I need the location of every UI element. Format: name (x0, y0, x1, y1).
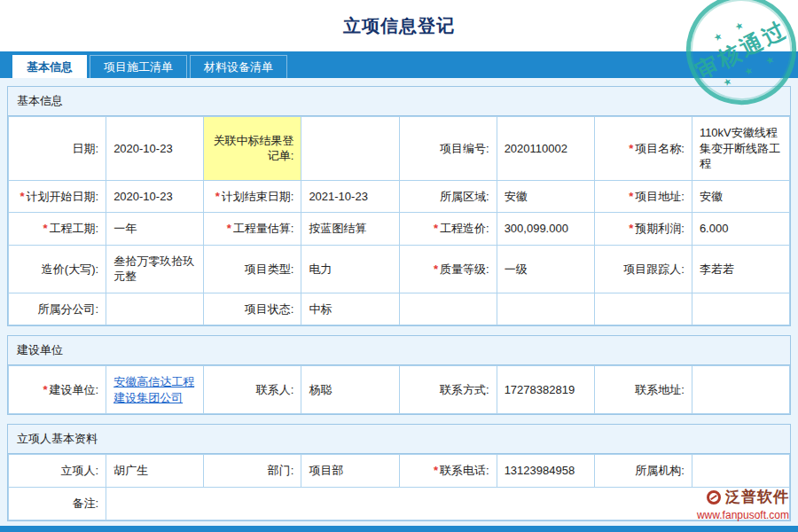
branch-company-label: 所属分公司: (9, 293, 106, 325)
label-text: 联系人: (256, 383, 294, 396)
section-basic-info-title: 基本信息 (8, 87, 790, 116)
table-row: *计划开始日期: 2020-10-23 *计划结束日期: 2021-10-23 … (9, 180, 790, 213)
content-area: 基本信息 日期: 2020-10-23 关联中标结果登记单: 项目编号: 202… (0, 78, 798, 526)
project-address-value: 安徽 (692, 180, 789, 213)
label-text: 预期利润: (635, 222, 685, 235)
project-cost-label: *工程造价: (399, 213, 497, 246)
date-label: 日期: (9, 117, 106, 181)
label-text: 建设单位: (50, 383, 99, 396)
label-text: 项目类型: (245, 262, 294, 276)
bottom-strip (0, 526, 798, 532)
related-bid-result-label: 关联中标结果登记单: (204, 117, 301, 181)
label-text: 项目名称: (635, 142, 685, 155)
plan-start-date-value: 2020-10-23 (106, 180, 204, 213)
label-text: 联系电话: (440, 464, 489, 477)
construction-unit-value: 安徽高信达工程建设集团公司 (106, 366, 204, 414)
empty-cell (594, 293, 692, 325)
contact-method-value: 17278382819 (497, 366, 594, 414)
label-text: 立项人: (61, 464, 99, 477)
tab-basic-info[interactable]: 基本信息 (12, 55, 87, 78)
label-text: 工程造价: (440, 222, 489, 235)
table-row: 备注: (9, 488, 790, 520)
label-text: 工程量估算: (233, 222, 294, 235)
construction-unit-table: *建设单位: 安徽高信达工程建设集团公司 联系人: 杨聪 联系方式: 17278… (8, 365, 790, 414)
department-value: 项目部 (301, 455, 399, 488)
required-asterisk: * (434, 464, 438, 477)
phone-label: *联系电话: (399, 455, 497, 488)
table-row: 日期: 2020-10-23 关联中标结果登记单: 项目编号: 20201100… (9, 117, 790, 181)
contact-person-label: 联系人: (204, 366, 301, 414)
required-asterisk: * (629, 142, 633, 155)
required-asterisk: * (227, 222, 231, 235)
project-status-label: 项目状态: (204, 293, 301, 325)
phone-value: 13123984958 (497, 455, 594, 488)
required-asterisk: * (215, 190, 220, 203)
label-text: 日期: (73, 142, 99, 155)
label-text: 联系方式: (440, 383, 489, 396)
label-text: 造价(大写): (42, 262, 98, 276)
required-asterisk: * (43, 222, 47, 235)
label-text: 部门: (268, 464, 294, 477)
project-code-value: 2020110002 (497, 117, 594, 181)
duration-label: *工程工期: (9, 213, 106, 246)
label-text: 项目跟踪人: (623, 262, 685, 276)
label-text: 关联中标结果登记单: (213, 134, 293, 163)
tab-material-equipment-list[interactable]: 材料设备清单 (190, 55, 287, 78)
section-applicant-info: 立项人基本资料 立项人: 胡广生 部门: 项目部 *联系电话: 13123984… (7, 424, 791, 520)
required-asterisk: * (629, 190, 633, 203)
basic-info-table: 日期: 2020-10-23 关联中标结果登记单: 项目编号: 20201100… (8, 116, 790, 325)
fanpu-logo-icon (707, 490, 721, 505)
table-row: 立项人: 胡广生 部门: 项目部 *联系电话: 13123984958 所属机构… (9, 455, 790, 488)
project-code-label: 项目编号: (399, 117, 497, 181)
label-text: 备注: (73, 497, 99, 510)
contact-method-label: 联系方式: (399, 366, 497, 414)
quality-grade-value: 一级 (497, 245, 594, 293)
contact-address-label: 联系地址: (594, 366, 692, 414)
brand-line: 泛普软件 (697, 487, 789, 507)
applicant-value: 胡广生 (106, 455, 204, 488)
label-text: 计划开始日期: (27, 190, 99, 203)
table-row: 所属分公司: 项目状态: 中标 (9, 293, 790, 325)
required-asterisk: * (20, 190, 24, 203)
label-text: 联系地址: (635, 383, 685, 396)
required-asterisk: * (629, 222, 633, 235)
footer-logo: 泛普软件 www.fanpusoft.com (697, 487, 789, 521)
table-row: 造价(大写): 叁拾万零玖拾玖元整 项目类型: 电力 *质量等级: 一级 项目跟… (9, 245, 790, 293)
quality-grade-label: *质量等级: (399, 245, 497, 293)
date-value: 2020-10-23 (106, 117, 204, 181)
applicant-info-table: 立项人: 胡广生 部门: 项目部 *联系电话: 13123984958 所属机构… (8, 454, 790, 520)
table-row: *工程工期: 一年 *工程量估算: 按蓝图结算 *工程造价: 300,099.0… (9, 213, 790, 246)
cost-in-words-value: 叁拾万零玖拾玖元整 (106, 245, 204, 293)
section-construction-unit: 建设单位 *建设单位: 安徽高信达工程建设集团公司 联系人: 杨聪 联系方式: … (7, 335, 791, 415)
page-title: 立项信息登记 (343, 14, 455, 38)
required-asterisk: * (434, 222, 438, 235)
label-text: 质量等级: (440, 262, 489, 276)
label-text: 所属机构: (635, 464, 685, 477)
label-text: 项目状态: (245, 302, 294, 316)
region-label: 所属区域: (399, 180, 497, 213)
tab-bar: 基本信息 项目施工清单 材料设备清单 (0, 51, 798, 78)
label-text: 项目地址: (635, 190, 685, 203)
empty-cell (399, 293, 497, 325)
expected-profit-value: 6.000 (692, 213, 789, 246)
organization-label: 所属机构: (594, 455, 692, 488)
required-asterisk: * (43, 383, 47, 396)
contact-person-value: 杨聪 (301, 366, 399, 414)
required-asterisk: * (434, 262, 438, 276)
section-applicant-info-title: 立项人基本资料 (8, 425, 790, 454)
construction-unit-link[interactable]: 安徽高信达工程建设集团公司 (113, 375, 194, 404)
page-header: 立项信息登记 (0, 0, 798, 51)
project-name-label: *项目名称: (594, 117, 692, 181)
department-label: 部门: (204, 455, 301, 488)
label-text: 计划结束日期: (222, 190, 294, 203)
remark-value (106, 488, 790, 520)
project-type-label: 项目类型: (204, 245, 301, 293)
section-basic-info: 基本信息 日期: 2020-10-23 关联中标结果登记单: 项目编号: 202… (7, 86, 791, 326)
tab-construction-list[interactable]: 项目施工清单 (90, 55, 187, 78)
related-bid-result-value (301, 117, 399, 181)
plan-end-date-value: 2021-10-23 (301, 180, 399, 213)
brand-name: 泛普软件 (725, 487, 789, 507)
applicant-label: 立项人: (9, 455, 106, 488)
project-status-value: 中标 (301, 293, 399, 325)
project-address-label: *项目地址: (594, 180, 692, 213)
